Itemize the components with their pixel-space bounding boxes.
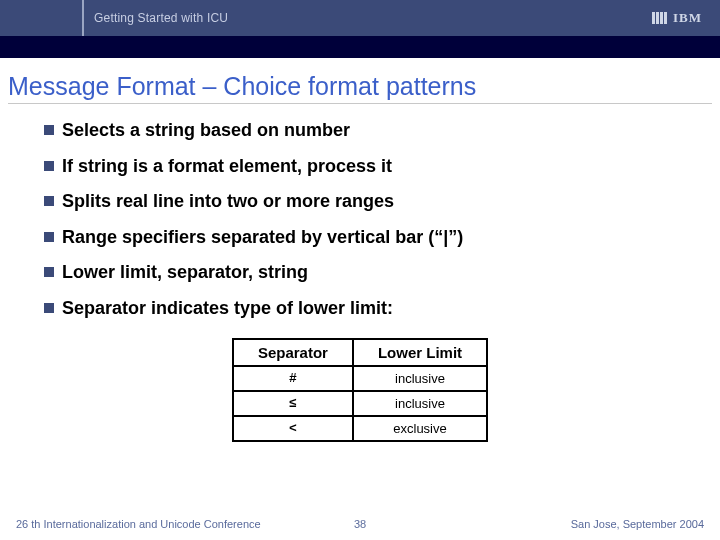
bullet-icon [44, 267, 54, 277]
list-item: If string is a format element, process i… [44, 156, 700, 178]
col-lower-limit: Lower Limit [353, 339, 487, 366]
bullet-text: Selects a string based on number [62, 120, 350, 142]
bullet-icon [44, 196, 54, 206]
topbar: Getting Started with ICU IBM [0, 0, 720, 36]
bullet-icon [44, 161, 54, 171]
list-item: Range specifiers separated by vertical b… [44, 227, 700, 249]
cell-separator: < [233, 416, 353, 441]
table-row: # inclusive [233, 366, 487, 391]
cell-limit: exclusive [353, 416, 487, 441]
bullet-text: Range specifiers separated by vertical b… [62, 227, 463, 249]
list-item: Lower limit, separator, string [44, 262, 700, 284]
bullet-icon [44, 303, 54, 313]
bullet-icon [44, 125, 54, 135]
footer: 26 th Internationalization and Unicode C… [0, 518, 720, 530]
logo-bars-icon [652, 12, 667, 24]
table-row: < exclusive [233, 416, 487, 441]
footer-right: San Jose, September 2004 [374, 518, 704, 530]
list-item: Separator indicates type of lower limit: [44, 298, 700, 320]
title-area: Message Format – Choice format patterns [0, 58, 720, 108]
slide: Getting Started with ICU IBM Message For… [0, 0, 720, 540]
footer-left: 26 th Internationalization and Unicode C… [16, 518, 346, 530]
bullet-text: Splits real line into two or more ranges [62, 191, 394, 213]
topbar-strip [0, 36, 720, 58]
page-title: Message Format – Choice format patterns [8, 72, 712, 104]
bullet-text: Lower limit, separator, string [62, 262, 308, 284]
cell-separator: # [233, 366, 353, 391]
col-separator: Separator [233, 339, 353, 366]
topbar-accent [0, 0, 84, 36]
cell-limit: inclusive [353, 391, 487, 416]
table-header-row: Separator Lower Limit [233, 339, 487, 366]
separator-table: Separator Lower Limit # inclusive ≤ incl… [232, 338, 488, 442]
table-row: ≤ inclusive [233, 391, 487, 416]
bullet-icon [44, 232, 54, 242]
breadcrumb: Getting Started with ICU [84, 11, 652, 25]
logo-text: IBM [673, 10, 702, 26]
bullet-text: If string is a format element, process i… [62, 156, 392, 178]
cell-limit: inclusive [353, 366, 487, 391]
table-container: Separator Lower Limit # inclusive ≤ incl… [0, 338, 720, 442]
page-number: 38 [346, 518, 374, 530]
list-item: Selects a string based on number [44, 120, 700, 142]
bullet-text: Separator indicates type of lower limit: [62, 298, 393, 320]
list-item: Splits real line into two or more ranges [44, 191, 700, 213]
bullet-list: Selects a string based on number If stri… [0, 108, 720, 334]
cell-separator: ≤ [233, 391, 353, 416]
ibm-logo: IBM [652, 10, 702, 26]
